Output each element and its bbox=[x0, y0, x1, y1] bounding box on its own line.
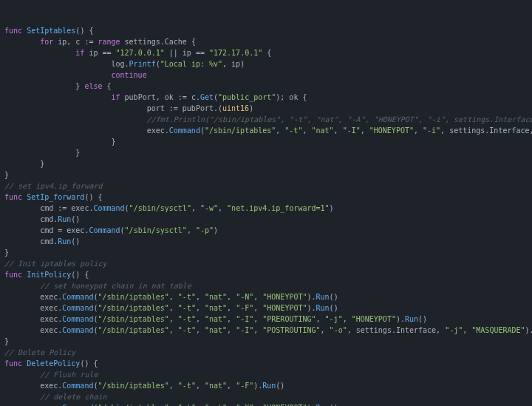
code-token: , bbox=[187, 226, 196, 234]
code-token: , bbox=[253, 304, 262, 312]
code-token: Command bbox=[62, 293, 93, 301]
code-line: cmd = exec.Command("/sbin/sysctl", "-p") bbox=[4, 225, 528, 236]
code-line: if ip == "127.0.0.1" || ip == "172.17.0.… bbox=[4, 47, 528, 58]
code-line: } bbox=[4, 336, 528, 347]
code-token: , bbox=[169, 315, 178, 323]
code-token: () bbox=[276, 382, 284, 390]
code-token: ) bbox=[330, 204, 334, 212]
code-token: "nat" bbox=[205, 304, 227, 312]
code-line: exec.Command("/sbin/iptables", "-t", "na… bbox=[4, 402, 528, 406]
code-token: Command bbox=[169, 126, 200, 135]
code-token: // delete chain bbox=[40, 393, 106, 401]
code-token: , bbox=[463, 326, 471, 334]
code-token: cmd := exec. bbox=[40, 204, 93, 212]
code-token: , bbox=[169, 382, 178, 390]
code-token: { bbox=[262, 49, 271, 57]
code-token: //fmt.Println("/sbin/iptables", "-t", "n… bbox=[147, 115, 532, 124]
code-token: Command bbox=[62, 326, 93, 334]
code-token: settings.Cache { bbox=[120, 38, 196, 46]
code-token: DeletePolicy bbox=[27, 359, 80, 368]
code-line: cmd.Run() bbox=[4, 236, 528, 247]
code-token: Run bbox=[405, 315, 418, 323]
code-line: cmd := exec.Command("/sbin/sysctl", "-w"… bbox=[4, 203, 528, 214]
code-token: , bbox=[227, 326, 236, 334]
code-token: "-t" bbox=[178, 304, 196, 312]
code-token: "net.ipv4.ip_forward=1" bbox=[227, 204, 329, 212]
code-token: Run bbox=[262, 382, 276, 390]
code-token: ). bbox=[253, 382, 262, 390]
code-token: || ip == bbox=[165, 49, 209, 57]
code-token: if bbox=[112, 93, 120, 101]
code-token: continue bbox=[112, 71, 147, 79]
code-token: "HONEYPOT" bbox=[369, 126, 414, 135]
code-token: exec. bbox=[40, 382, 62, 390]
code-token: "-t" bbox=[284, 126, 302, 135]
code-line: func SetIp_forward() { bbox=[4, 192, 528, 203]
code-token: { bbox=[102, 82, 111, 90]
code-token: // Delete Policy bbox=[4, 348, 75, 356]
code-token: , bbox=[227, 293, 236, 301]
code-token: ip == bbox=[84, 49, 115, 57]
code-line: exec.Command("/sbin/iptables", "-t", "na… bbox=[4, 125, 528, 136]
code-token: , bbox=[196, 293, 205, 301]
code-token: "-w" bbox=[200, 204, 218, 212]
code-line: for ip, c := range settings.Cache { bbox=[4, 36, 528, 47]
code-token: () bbox=[330, 304, 338, 312]
code-token: cmd. bbox=[40, 215, 58, 223]
code-line: continue bbox=[4, 70, 528, 81]
code-token: "-t" bbox=[178, 382, 196, 390]
code-token: cmd = exec. bbox=[40, 226, 89, 234]
code-editor[interactable]: func SetIptables() { for ip, c := range … bbox=[4, 25, 528, 406]
code-token: "nat" bbox=[311, 126, 333, 135]
code-token: "/sbin/iptables" bbox=[98, 326, 168, 334]
code-token: () { bbox=[71, 271, 89, 279]
code-token: "Local ip: %v" bbox=[160, 60, 222, 68]
code-token: "-o" bbox=[330, 326, 347, 334]
code-token: ). bbox=[307, 304, 316, 312]
code-line: // set honeypot chain in nat table bbox=[4, 280, 528, 291]
code-token: cmd. bbox=[40, 237, 58, 246]
code-token: , bbox=[316, 315, 325, 323]
code-token: "HONEYPOT" bbox=[352, 315, 396, 323]
code-token: , bbox=[191, 204, 200, 212]
code-token: , bbox=[253, 326, 262, 334]
code-token: , bbox=[276, 126, 284, 135]
code-token: , bbox=[302, 126, 311, 135]
code-token: ). bbox=[525, 326, 532, 334]
code-token: "nat" bbox=[205, 293, 227, 301]
code-token: "PREROUTING" bbox=[262, 315, 316, 323]
code-token: , settings.Interface, bbox=[440, 126, 532, 135]
code-token: } bbox=[75, 82, 84, 90]
code-token: , bbox=[227, 304, 236, 312]
code-token: "127.0.0.1" bbox=[116, 49, 165, 57]
code-token: ); ok { bbox=[276, 93, 307, 101]
code-token: , bbox=[196, 304, 205, 312]
code-token: exec. bbox=[40, 304, 62, 312]
code-token: } bbox=[4, 171, 9, 179]
code-token: , bbox=[343, 315, 352, 323]
code-line: port := pubPort.(uint16) bbox=[4, 103, 528, 114]
code-token: , bbox=[253, 315, 262, 323]
code-line: exec.Command("/sbin/iptables", "-t", "na… bbox=[4, 380, 528, 391]
code-token: "HONEYPOT" bbox=[262, 304, 307, 312]
code-token: "172.17.0.1" bbox=[209, 49, 262, 57]
code-token: func bbox=[4, 27, 22, 35]
code-line: func DeletePolicy() { bbox=[4, 358, 528, 369]
code-token: "POSTROUTING" bbox=[262, 326, 320, 334]
code-token: uint16 bbox=[222, 104, 249, 112]
code-token: () { bbox=[84, 193, 102, 201]
code-token: , bbox=[196, 382, 205, 390]
code-token: Run bbox=[58, 237, 71, 246]
code-token: "-t" bbox=[178, 293, 196, 301]
code-token: ). bbox=[396, 315, 405, 323]
code-token: } bbox=[40, 160, 44, 168]
code-token: else bbox=[84, 82, 102, 90]
code-token: , ip) bbox=[222, 60, 245, 68]
code-token: Run bbox=[58, 215, 71, 223]
code-token: pubPort, ok := c. bbox=[120, 93, 200, 101]
code-token: () bbox=[418, 315, 427, 323]
code-token: , bbox=[169, 304, 178, 312]
code-token: "MASQUERADE" bbox=[471, 326, 525, 334]
code-token: "-p" bbox=[196, 226, 214, 234]
code-token: "/sbin/iptables" bbox=[98, 382, 168, 390]
